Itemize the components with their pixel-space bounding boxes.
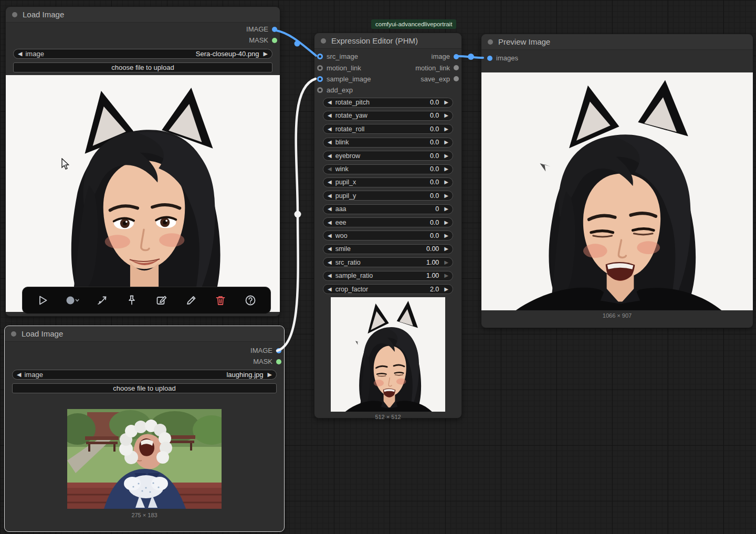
param-wink[interactable]: ◀wink0.0▶: [323, 164, 453, 174]
combo-prev-icon[interactable]: ◀: [18, 51, 22, 57]
increment-icon[interactable]: ▶: [444, 246, 448, 252]
decrement-icon[interactable]: ◀: [328, 100, 332, 105]
param-smile[interactable]: ◀smile0.00▶: [323, 244, 453, 254]
param-eyebrow[interactable]: ◀eyebrow0.0▶: [323, 151, 453, 161]
decrement-icon[interactable]: ◀: [328, 220, 332, 225]
wire-image-to-src-image[interactable]: [276, 30, 316, 56]
add-exp-port-icon[interactable]: [317, 87, 323, 93]
output-slot-motion-link[interactable]: motion_link: [383, 62, 461, 73]
param-woo[interactable]: ◀woo0.0▶: [323, 231, 453, 240]
node-load-image-bottom[interactable]: Load Image IMAGE MASK ◀ image laughing.j…: [4, 326, 285, 532]
param-sample-ratio[interactable]: ◀sample_ratio1.00▶: [323, 271, 453, 281]
node-header[interactable]: Load Image: [6, 7, 280, 23]
sample-image-port-icon[interactable]: [317, 76, 323, 82]
help-icon[interactable]: [243, 294, 258, 307]
increment-icon[interactable]: ▶: [444, 273, 448, 278]
node-preview-image[interactable]: Preview Image images 1066 × 907: [481, 34, 753, 328]
param-rotate-pitch[interactable]: ◀rotate_pitch0.0▶: [323, 98, 453, 108]
increment-icon[interactable]: ▶: [444, 153, 448, 159]
mask-port-icon[interactable]: [276, 359, 281, 364]
image-port-icon[interactable]: [454, 54, 459, 59]
route-icon[interactable]: [94, 294, 110, 307]
mask-port-icon[interactable]: [272, 38, 277, 43]
increment-icon[interactable]: ▶: [444, 140, 448, 145]
motion-link-port-icon[interactable]: [454, 65, 459, 70]
output-slot-save-exp[interactable]: save_exp: [383, 74, 461, 85]
node-expression-editor[interactable]: Expression Editor (PHM) src_image motion…: [314, 33, 462, 418]
wire-image-to-images[interactable]: [458, 56, 483, 58]
combo-next-icon[interactable]: ▶: [264, 51, 268, 57]
mode-circle-icon[interactable]: [65, 294, 80, 307]
decrement-icon[interactable]: ◀: [328, 206, 332, 212]
node-header[interactable]: Expression Editor (PHM): [314, 33, 461, 49]
increment-icon[interactable]: ▶: [444, 166, 448, 172]
output-slot-image[interactable]: image: [383, 51, 461, 62]
wire-midpoint-dot[interactable]: [295, 211, 301, 218]
node-header[interactable]: Load Image: [5, 326, 284, 342]
increment-icon[interactable]: ▶: [444, 260, 448, 265]
collapse-dot-icon[interactable]: [11, 331, 16, 337]
increment-icon[interactable]: ▶: [444, 233, 448, 238]
decrement-icon[interactable]: ◀: [328, 273, 332, 278]
param-aaa[interactable]: ◀aaa0▶: [323, 204, 453, 214]
choose-file-button[interactable]: choose file to upload: [12, 383, 277, 393]
increment-icon[interactable]: ▶: [444, 180, 448, 185]
increment-icon[interactable]: ▶: [444, 113, 448, 118]
collapse-dot-icon[interactable]: [321, 38, 326, 44]
input-slot-add-exp[interactable]: add_exp: [314, 85, 461, 96]
decrement-icon[interactable]: ◀: [328, 153, 332, 159]
image-combo-widget[interactable]: ◀ image Sera-closeup-40.png ▶: [13, 49, 272, 59]
increment-icon[interactable]: ▶: [444, 287, 448, 292]
decrement-icon[interactable]: ◀: [328, 166, 332, 172]
param-pupil-y[interactable]: ◀pupil_y0.0▶: [323, 191, 453, 201]
increment-icon[interactable]: ▶: [444, 206, 448, 212]
decrement-icon[interactable]: ◀: [328, 180, 332, 185]
motion-link-port-icon[interactable]: [317, 65, 323, 71]
collapse-dot-icon[interactable]: [488, 39, 493, 45]
decrement-icon[interactable]: ◀: [328, 140, 332, 145]
param-eee[interactable]: ◀eee0.0▶: [323, 217, 453, 227]
output-slot-image[interactable]: IMAGE: [6, 24, 280, 35]
output-slot-mask[interactable]: MASK: [5, 356, 284, 367]
output-slot-image[interactable]: IMAGE: [5, 345, 284, 356]
increment-icon[interactable]: ▶: [444, 220, 448, 225]
param-rotate-roll[interactable]: ◀rotate_roll0.0▶: [323, 124, 453, 134]
wire-image-to-sample-image[interactable]: [277, 79, 316, 351]
image-port-icon[interactable]: [272, 27, 277, 32]
increment-icon[interactable]: ▶: [444, 100, 448, 105]
src-image-port-icon[interactable]: [317, 54, 323, 59]
trash-icon[interactable]: [213, 294, 228, 307]
decrement-icon[interactable]: ◀: [328, 113, 332, 118]
param-blink[interactable]: ◀blink0.0▶: [323, 138, 453, 148]
decrement-icon[interactable]: ◀: [328, 233, 332, 238]
collapse-dot-icon[interactable]: [12, 12, 17, 17]
increment-icon[interactable]: ▶: [444, 127, 448, 132]
node-graph-canvas[interactable]: comfyui-advancedliveportrait Load Image …: [0, 0, 756, 534]
pin-icon[interactable]: [124, 294, 140, 307]
images-port-icon[interactable]: [487, 56, 492, 61]
param-pupil-x[interactable]: ◀pupil_x0.0▶: [323, 177, 453, 187]
decrement-icon[interactable]: ◀: [328, 260, 332, 265]
node-header[interactable]: Preview Image: [481, 34, 753, 50]
decrement-icon[interactable]: ◀: [328, 127, 332, 132]
param-rotate-yaw[interactable]: ◀rotate_yaw0.0▶: [323, 111, 453, 121]
save-exp-port-icon[interactable]: [454, 76, 459, 81]
param-src-ratio[interactable]: ◀src_ratio1.00▶: [323, 257, 453, 267]
decrement-icon[interactable]: ◀: [328, 246, 332, 252]
param-crop-factor[interactable]: ◀crop_factor2.0▶: [323, 284, 453, 294]
edit-box-icon[interactable]: [153, 294, 169, 307]
decrement-icon[interactable]: ◀: [328, 193, 332, 198]
play-icon[interactable]: [35, 294, 50, 307]
decrement-icon[interactable]: ◀: [328, 287, 332, 292]
image-port-icon[interactable]: [276, 348, 281, 353]
input-slot-images[interactable]: images: [481, 53, 753, 64]
node-load-image-top[interactable]: Load Image IMAGE MASK ◀ image Sera-close…: [5, 6, 280, 317]
combo-prev-icon[interactable]: ◀: [17, 372, 21, 378]
increment-icon[interactable]: ▶: [444, 193, 448, 198]
wire-midpoint-dot[interactable]: [468, 54, 474, 60]
pencil-icon[interactable]: [183, 294, 199, 307]
combo-next-icon[interactable]: ▶: [268, 372, 272, 378]
wire-midpoint-dot[interactable]: [295, 41, 300, 47]
choose-file-button[interactable]: choose file to upload: [13, 62, 272, 72]
output-slot-mask[interactable]: MASK: [6, 35, 280, 46]
